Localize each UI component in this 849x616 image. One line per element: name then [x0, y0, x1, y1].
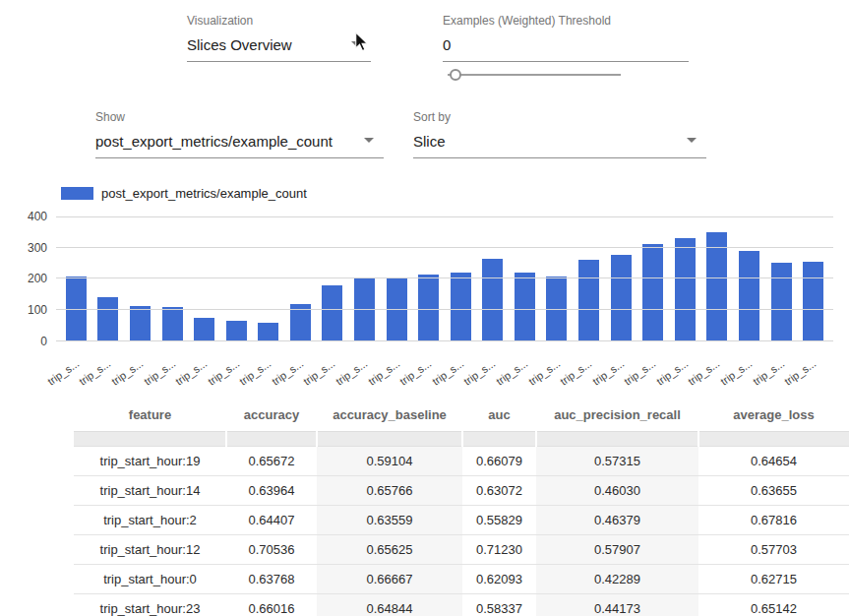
bar[interactable]: [642, 244, 663, 341]
bar-slot: [477, 259, 510, 341]
bar[interactable]: [706, 232, 727, 341]
column-header-average_loss[interactable]: average_loss: [698, 398, 849, 432]
bar-slot: [637, 244, 669, 341]
bar[interactable]: [130, 306, 151, 341]
bar[interactable]: [226, 321, 247, 341]
bar-slot: [92, 297, 125, 341]
metric-cell: 0.65625: [317, 535, 462, 565]
metric-cell: 0.65672: [226, 447, 317, 476]
bar[interactable]: [675, 238, 696, 341]
examples-threshold-slider[interactable]: [448, 68, 621, 82]
threshold-input[interactable]: [443, 34, 689, 62]
metric-cell: 0.46030: [536, 476, 698, 506]
show-label: Show: [95, 110, 384, 124]
column-header-auc[interactable]: auc: [462, 398, 536, 432]
bar-slot: [220, 321, 253, 341]
example-count-bar-chart: 0100200300400 trip_s...trip_s...trip_s..…: [0, 209, 839, 386]
show-select-value: post_export_metrics/example_count: [95, 133, 333, 150]
metric-cell: 0.63072: [462, 476, 536, 506]
filter-cell: [74, 432, 226, 447]
bar-slot: [669, 238, 701, 341]
show-select[interactable]: post_export_metrics/example_count: [95, 131, 384, 158]
bar-slot: [188, 318, 220, 341]
bar-slot: [797, 262, 829, 341]
metric-cell: 0.63655: [698, 476, 849, 506]
gridline: [56, 247, 833, 248]
bar[interactable]: [771, 263, 792, 341]
metric-cell: 0.66079: [462, 447, 536, 476]
metric-cell: 0.63768: [226, 565, 317, 594]
bar-slot: [605, 255, 637, 341]
sort-by-select[interactable]: Slice: [413, 131, 706, 158]
bar-slot: [701, 232, 734, 341]
column-header-auc_precision_recall[interactable]: auc_precision_recall: [536, 398, 698, 432]
metric-cell: 0.66016: [226, 594, 317, 616]
threshold-label: Examples (Weighted) Threshold: [443, 14, 689, 28]
metric-cell: 0.42289: [536, 565, 698, 594]
bar[interactable]: [803, 262, 823, 341]
bar-slot: [445, 273, 477, 341]
feature-cell: trip_start_hour:2: [74, 506, 226, 535]
bar[interactable]: [418, 275, 439, 341]
metric-cell: 0.57703: [698, 535, 849, 565]
bar[interactable]: [322, 285, 342, 341]
table-row: trip_start_hour:00.637680.666670.620930.…: [74, 565, 849, 594]
slider-track[interactable]: [448, 74, 621, 76]
feature-cell: trip_start_hour:14: [74, 476, 226, 506]
filter-cell: [317, 432, 462, 447]
bar-slot: [765, 263, 798, 341]
column-header-accuracy_baseline[interactable]: accuracy_baseline: [317, 398, 462, 432]
table-header-row: featureaccuracyaccuracy_baselineaucauc_p…: [74, 398, 849, 432]
metric-cell: 0.70536: [226, 535, 317, 565]
metric-cell: 0.64654: [698, 447, 849, 476]
visualization-select[interactable]: Slices Overview: [187, 34, 371, 62]
metric-cell: 0.63559: [317, 506, 462, 535]
threshold-field: Examples (Weighted) Threshold: [443, 14, 689, 62]
bar-slot: [733, 251, 765, 341]
slider-thumb[interactable]: [450, 69, 461, 81]
table-row: trip_start_hour:120.705360.656250.712300…: [74, 535, 849, 565]
sort-by-select-value: Slice: [413, 133, 446, 150]
legend-swatch: [61, 187, 93, 200]
metric-cell: 0.62715: [698, 565, 849, 594]
bar[interactable]: [482, 259, 503, 341]
column-header-accuracy[interactable]: accuracy: [226, 398, 317, 432]
x-axis-label: trip_s...: [797, 344, 829, 386]
metric-cell: 0.71230: [462, 535, 536, 565]
bar[interactable]: [194, 318, 214, 341]
bar-slot: [573, 260, 605, 341]
slices-overview-page: Visualization Slices Overview Examples (…: [0, 0, 849, 616]
chart-xlabels: trip_s...trip_s...trip_s...trip_s...trip…: [56, 344, 833, 386]
bar[interactable]: [739, 251, 759, 341]
bar-slot: [252, 323, 284, 341]
bar[interactable]: [258, 323, 278, 341]
filter-cell: [462, 432, 536, 447]
bar[interactable]: [451, 273, 471, 341]
bar[interactable]: [611, 255, 632, 341]
table-body: trip_start_hour:190.656720.591040.660790…: [74, 447, 849, 616]
metric-cell: 0.67816: [698, 506, 849, 535]
gridline: [56, 309, 833, 310]
bar[interactable]: [515, 273, 535, 341]
bar-slot: [412, 275, 445, 341]
bar-slot: [509, 273, 541, 341]
chevron-down-icon: [364, 138, 374, 143]
bar[interactable]: [162, 307, 183, 341]
y-axis-tick: 0: [8, 335, 47, 348]
metric-cell: 0.64407: [226, 506, 317, 535]
sort-by-field: Sort by Slice: [413, 110, 706, 158]
filter-cell: [698, 432, 849, 447]
chart-bars: [56, 216, 833, 341]
bar[interactable]: [578, 260, 599, 341]
bar-slot: [124, 306, 156, 341]
bar[interactable]: [387, 278, 407, 341]
table-row: trip_start_hour:230.660160.648440.583370…: [74, 594, 849, 616]
metric-cell: 0.55829: [462, 506, 536, 535]
column-header-feature[interactable]: feature: [74, 398, 226, 432]
sort-by-label: Sort by: [413, 110, 706, 124]
chevron-down-icon: [687, 138, 697, 143]
table-filter-row: [74, 432, 849, 447]
metric-cell: 0.44173: [536, 594, 698, 616]
bar[interactable]: [97, 297, 118, 341]
filter-cell: [536, 432, 698, 447]
